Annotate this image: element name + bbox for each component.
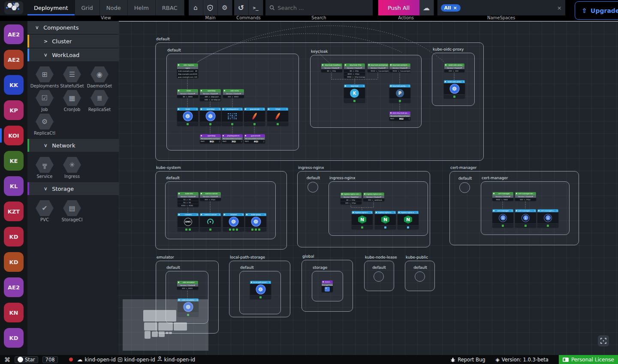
palette-item-deployments[interactable]: ⊞Deployments (32, 66, 57, 88)
service-node-kube-oidc-proxy[interactable]: kube-oidc-proxyService / ClusterIP443>44… (444, 63, 464, 72)
chip-close-icon[interactable]: × (453, 5, 457, 11)
service-node-cert-manager[interactable]: cert-managerService / ClusterIP9402>9402 (492, 192, 513, 201)
minimap-overlay[interactable] (123, 299, 208, 351)
diagram-canvas[interactable]: defaultdefaultoidc-ingressnginxkroki.exa… (119, 21, 618, 355)
workload-node-cert-manager-webhook[interactable]: cert-manager-webhook1↓ (515, 209, 536, 227)
license-badge[interactable]: Personal License (559, 355, 618, 364)
cluster-badge-kd-9[interactable]: KD (4, 252, 24, 272)
service-node-openldap[interactable]: openldapService / ClusterIP389>ldap-port… (200, 89, 221, 101)
service-node-ingress-nginx-controller[interactable]: ingress-nginx-controllerService / NodePo… (341, 193, 362, 204)
ingress-node-oidc-ingress[interactable]: oidc-ingressnginxkroki.example.com80ldap… (177, 63, 198, 78)
cluster-badge-ae2-0[interactable]: AE2 (4, 24, 24, 44)
workload-node-kube-oidc-proxy[interactable]: kube-oidc-proxy1☸ (444, 80, 465, 98)
section-storage[interactable]: >Storage (27, 182, 119, 195)
section-workload[interactable]: >WorkLoad (27, 48, 119, 61)
palette-item-daemonset[interactable]: ◉DaemonSet (87, 66, 112, 88)
namespace-circle-default[interactable] (415, 271, 425, 282)
cluster-badge-ae2-1[interactable]: AE2 (4, 50, 24, 69)
service-node-keycloak-postgresql[interactable]: keycloak-postgresqlService / ClusterIP54… (368, 63, 389, 72)
pvc-node-guacamole[interactable]: guacamolePersistentVolumeClaimRWO4Gi▯ (244, 134, 265, 143)
service-node-kroki[interactable]: krokiService / ClusterIP80>8000 (177, 89, 198, 98)
home-button[interactable]: ⌂ (189, 0, 203, 15)
workload-node-kroki[interactable]: kroki1☸ (177, 108, 198, 126)
storageclass-node-standard[interactable]: standardStorageClass (322, 280, 333, 292)
push-all-button[interactable]: Push All (378, 0, 419, 15)
cluster-badge-kp-3[interactable]: KP (4, 100, 24, 120)
section-network[interactable]: >Network (27, 139, 119, 152)
workload-node-ingress-nginx-admission-create[interactable]: ingress-nginx-admission-create1N (375, 211, 396, 229)
tab-node[interactable]: Node (100, 0, 128, 15)
palette-item-replicactl[interactable]: ⚙ReplicaCtl (32, 114, 57, 135)
service-node-metrics-server[interactable]: metrics-serverService / ClusterIP443>htt… (200, 192, 221, 201)
cluster-badge-ae2-10[interactable]: AE2 (4, 277, 24, 297)
components-header[interactable]: >Components (27, 21, 119, 34)
workload-node-keycloak-postgresql[interactable]: keycloak-postgresql1P (389, 84, 410, 102)
workload-node-ingress-nginx-controller[interactable]: ingress-nginx-controller1N (352, 211, 373, 229)
workload-node-ingress-nginx-admission-patch[interactable]: ingress-nginx-admission-patch1N (398, 211, 419, 229)
service-node-kube-dns[interactable]: kube-dnsService / ClusterIP53>5353>53915… (178, 192, 199, 207)
namespace-circle-default[interactable] (459, 182, 470, 193)
cluster-context-cloud[interactable]: ☁kind-open-id (77, 356, 116, 363)
pvc-node-phpldapadmin[interactable]: phpldapadminPersistentVolumeClaimRWO3Gi▯ (222, 134, 243, 143)
workload-node-local-path-provisioner[interactable]: local-path-provisioner1☸ (250, 281, 271, 299)
workload-node-coredns[interactable]: coredns2DNS (178, 213, 199, 231)
report-bug-button[interactable]: Report Bug (450, 357, 485, 363)
service-node-cert-manager-webhook[interactable]: cert-manager-webhookService / ClusterIP4… (515, 192, 536, 201)
cluster-badge-kk-2[interactable]: KK (4, 75, 24, 95)
palette-item-cronjob[interactable]: ▦CronJob (59, 90, 85, 112)
search-box[interactable] (265, 0, 373, 15)
cloud-push-button[interactable]: ☁ (419, 0, 434, 15)
namespaces-clear-icon[interactable]: × (557, 5, 562, 11)
namespace-circle-default[interactable] (307, 182, 318, 193)
cluster-context-person[interactable]: kind-open-id (157, 356, 195, 363)
search-input[interactable] (277, 5, 368, 11)
workload-node-keycloak[interactable]: keycloak1K (344, 84, 365, 102)
namespace-circle-default[interactable] (374, 271, 384, 282)
cluster-badge-kl-6[interactable]: KL (4, 176, 24, 196)
cluster-badge-kd-8[interactable]: KD (4, 227, 24, 247)
workload-node-httpd[interactable]: httpd1 (267, 108, 288, 126)
github-star-button[interactable]: Star (15, 356, 38, 363)
undo-button[interactable]: ↺ (234, 0, 249, 15)
workload-node-kube-proxy[interactable]: kube-proxy3☸ (245, 213, 266, 231)
cluster-badge-kn-11[interactable]: KN (4, 303, 24, 322)
service-node-ingress-nginx-controller-admission[interactable]: ingress-nginx-controller-admissionServic… (363, 193, 384, 201)
service-node-keycloak-http[interactable]: keycloak-httpService / ClusterIP80>http8… (344, 63, 365, 78)
palette-item-statefulset[interactable]: ☰StatefulSet (59, 66, 85, 88)
cluster-context-frame[interactable]: kind-open-id (118, 357, 155, 363)
pvc-node-data-keycloak-postgresql-0[interactable]: data-keycloak-postgresql-0PersistentVolu… (389, 111, 410, 120)
palette-item-replicaset[interactable]: ≣ReplicaSet (87, 90, 112, 112)
cluster-badge-kd-12[interactable]: KD (4, 328, 24, 348)
palette-item-pvc[interactable]: ✔PVC (32, 200, 57, 222)
palette-item-job[interactable]: ☑Job (32, 90, 57, 112)
palette-item-service[interactable]: ╦Service (32, 157, 57, 179)
workload-node-cert-manager-cainjector[interactable]: cert-manager-cainjector1↓ (537, 209, 558, 227)
upgrade-button[interactable]: ⇧ Upgrade (575, 1, 618, 20)
app-menu-icon[interactable]: ⌘ (4, 356, 10, 363)
pvc-node-openldap[interactable]: openldapPersistentVolumeClaimRWO8Gi▯ (200, 134, 221, 143)
service-node-keycloak-headless[interactable]: keycloak-headlessService / ClusterIP80>h… (321, 63, 342, 72)
palette-item-ingress[interactable]: ✳Ingress (59, 157, 85, 179)
service-node-keycloak-postgresql-headless[interactable]: keycloak-postgresql-headlessService / Cl… (389, 63, 410, 72)
tab-deployment[interactable]: Deployment (27, 0, 75, 15)
workload-node-metrics-server[interactable]: metrics-server1 (200, 213, 221, 231)
tab-helm[interactable]: Helm (128, 0, 156, 15)
settings-button[interactable]: ⚙ (218, 0, 232, 15)
palette-item-storagecl[interactable]: ▤StorageCl (59, 200, 85, 222)
namespaces-select[interactable]: All× × (437, 0, 565, 15)
workload-node-phpldapadmin[interactable]: phpldapadmin1 (222, 108, 243, 126)
workload-node-openldap[interactable]: openldap1☸ (200, 108, 221, 126)
security-button[interactable] (203, 0, 218, 15)
section-cluster[interactable]: >Cluster (27, 35, 119, 48)
namespace-chip-all[interactable]: All× (441, 4, 461, 12)
service-node-oidc-emulator[interactable]: oidc-emulatorService / ClusterIP443>8443 (177, 281, 198, 289)
workload-node-cert-manager[interactable]: cert-manager1↓ (492, 209, 513, 227)
app-logo[interactable] (0, 0, 27, 15)
fit-view-button[interactable] (598, 335, 609, 346)
service-node-oidc-echo[interactable]: oidc-echoService / ClusterIP443>8443 (223, 89, 244, 98)
cluster-badge-koi-4[interactable]: KOI (4, 126, 24, 145)
tab-grid[interactable]: Grid (75, 0, 100, 15)
cluster-badge-ke-5[interactable]: KE (4, 151, 24, 171)
tab-rbac[interactable]: RBAC (156, 0, 184, 15)
workload-node-guacamole[interactable]: guacamole1 (244, 108, 265, 126)
